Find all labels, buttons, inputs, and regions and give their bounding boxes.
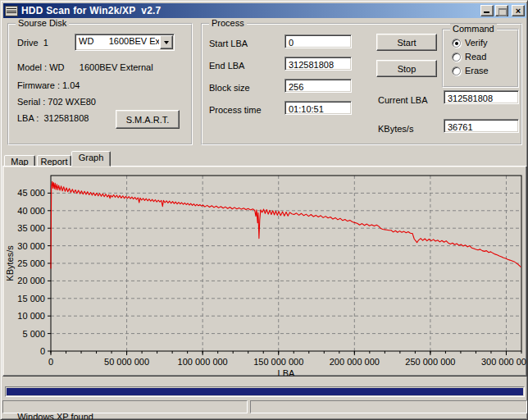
kbytes-input[interactable] (444, 119, 519, 133)
y-tick-label: 35 000 (17, 223, 45, 233)
source-disk-group-label: Sourse Disk (16, 18, 69, 28)
x-axis-title: LBA (278, 368, 295, 376)
status-message-panel: Windows XP found (2, 400, 248, 413)
status-message: Windows XP found (17, 412, 93, 420)
radio-erase-circle[interactable] (452, 66, 461, 75)
x-tick-label: 300 000 000 (481, 357, 526, 367)
tab-report[interactable]: Report (37, 155, 71, 167)
graph-panel: 05 00010 00015 00020 00025 00030 00035 0… (2, 166, 527, 377)
current-lba-label: Current LBA (378, 95, 428, 105)
process-group: Process Start LBA End LBA Block size Pro… (201, 23, 522, 145)
y-tick-label: 25 000 (17, 258, 45, 268)
end-lba-label: End LBA (209, 61, 244, 71)
y-tick-label: 15 000 (17, 294, 45, 304)
lba-label: LBA : 312581808 (17, 113, 89, 123)
x-tick-label: 150 000 000 (253, 357, 303, 367)
speed-curve (51, 181, 521, 268)
progress-bar-fill (7, 388, 523, 395)
x-tick-label: 100 000 000 (178, 357, 228, 367)
radio-read-label: Read (465, 52, 486, 62)
graph-svg: 05 00010 00015 00020 00025 00030 00035 0… (3, 167, 526, 376)
maximize-button[interactable] (495, 5, 508, 16)
status-secondary-panel (250, 400, 527, 413)
radio-erase-label: Erase (465, 66, 489, 75)
stop-button[interactable]: Stop (376, 60, 437, 77)
app-window: HDD Scan for Win2k/XP v2.7 × Sourse Disk… (0, 0, 528, 420)
source-disk-group: Sourse Disk Drive 1 WD 1600BEV Ex Model … (7, 23, 193, 145)
y-tick-label: 20 000 (17, 276, 45, 285)
tab-map[interactable]: Map (4, 155, 35, 167)
command-group: Command Verify Read Erase (442, 29, 519, 88)
drive-label: Drive 1 (17, 38, 48, 48)
title-bar: HDD Scan for Win2k/XP v2.7 × (3, 3, 526, 18)
x-tick-label: 50 000 000 (104, 357, 149, 367)
process-group-label: Process (209, 18, 247, 28)
y-tick-label: 10 000 (17, 311, 45, 321)
serial-label: Serial : 702 WXE80 (17, 97, 96, 107)
radio-verify-circle[interactable] (452, 39, 461, 48)
block-size-label: Block size (209, 83, 250, 93)
drive-combobox-value: WD 1600BEV Ex (75, 34, 159, 50)
window-title: HDD Scan for Win2k/XP v2.7 (21, 5, 479, 16)
command-group-label: Command (450, 24, 497, 34)
model-label: Model : WD 1600BEV External (17, 62, 153, 72)
start-button[interactable]: Start (376, 34, 437, 51)
chevron-down-icon[interactable] (160, 35, 173, 49)
x-tick-label: 250 000 000 (405, 357, 455, 367)
y-tick-label: 40 000 (17, 206, 45, 216)
radio-erase[interactable]: Erase (452, 66, 489, 75)
start-lba-label: Start LBA (209, 39, 248, 48)
current-lba-input[interactable] (444, 90, 519, 104)
x-tick-label: 0 (48, 357, 53, 367)
app-icon[interactable] (5, 6, 18, 16)
x-tick-label: 200 000 000 (330, 357, 380, 367)
y-tick-label: 45 000 (17, 188, 45, 198)
progress-bar (5, 386, 525, 397)
process-time-input[interactable] (284, 101, 352, 115)
kbytes-label: KBytes/s (378, 124, 413, 134)
process-time-label: Process time (209, 105, 262, 115)
radio-read-circle[interactable] (452, 52, 461, 62)
radio-verify-label: Verify (465, 38, 488, 48)
y-tick-label: 30 000 (17, 241, 45, 251)
tab-graph[interactable]: Graph (71, 151, 111, 167)
firmware-label: Firmware : 1.04 (17, 80, 80, 90)
y-tick-label: 5 000 (22, 329, 45, 339)
y-axis-title: KBytes/s (5, 245, 15, 281)
y-tick-label: 0 (40, 346, 45, 356)
smart-button[interactable]: S.M.A.R.T. (116, 110, 180, 129)
block-size-input[interactable] (284, 79, 352, 93)
close-button[interactable]: × (512, 5, 525, 16)
drive-combobox[interactable]: WD 1600BEV Ex (75, 34, 175, 51)
radio-verify[interactable]: Verify (452, 38, 488, 48)
start-lba-input[interactable] (284, 34, 352, 48)
end-lba-input[interactable] (284, 57, 352, 71)
minimize-button[interactable] (480, 5, 494, 16)
radio-read[interactable]: Read (452, 52, 486, 62)
